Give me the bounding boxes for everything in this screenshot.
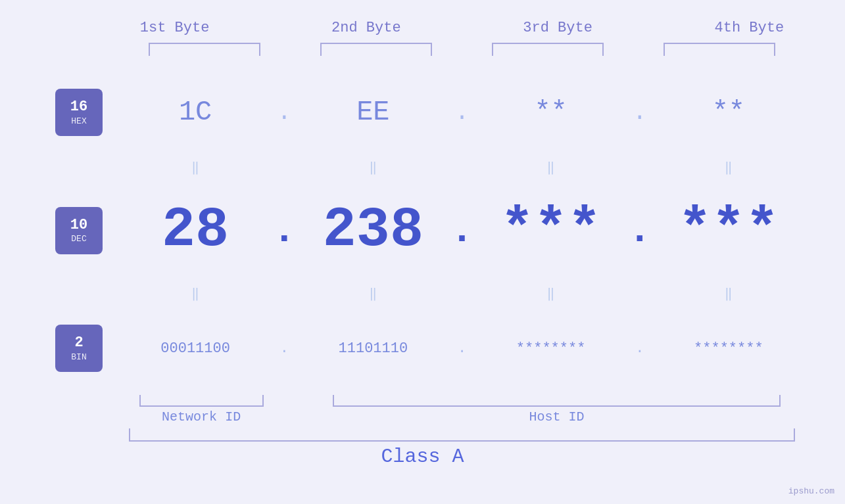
class-label: Class A: [39, 446, 806, 468]
top-bracket-b2: [290, 43, 462, 56]
bin-sep2: .: [450, 340, 474, 357]
hex-sep1: .: [272, 99, 296, 126]
main-container: 1st Byte 2nd Byte 3rd Byte 4th Byte 16 H…: [0, 0, 845, 504]
watermark: ipshu.com: [788, 486, 834, 496]
network-id-label: Network ID: [118, 409, 284, 424]
dec-row: 10 DEC 28 . 238 . *** . ***: [39, 198, 806, 262]
bin-b4: ********: [652, 340, 806, 357]
bin-badge-container: 2 BIN: [39, 325, 118, 372]
dec-b2: 238: [296, 198, 450, 262]
dec-sep3: .: [628, 199, 652, 262]
dec-b4: ***: [652, 198, 806, 262]
hex-b4: **: [652, 97, 806, 128]
eq-row-1: ‖ ‖ ‖ ‖: [39, 159, 806, 175]
host-bracket: [308, 395, 806, 407]
bin-b3: ********: [474, 340, 628, 357]
eq-row-2: ‖ ‖ ‖ ‖: [39, 285, 806, 302]
bin-row: 2 BIN 00011100 . 11101110 . ******** . *…: [39, 325, 806, 372]
sub-brackets: [118, 395, 806, 407]
host-id-label: Host ID: [308, 409, 806, 424]
id-labels: Network ID Host ID: [118, 409, 806, 424]
bin-b2: 11101110: [296, 340, 450, 357]
bottom-section: Network ID Host ID Class A: [39, 395, 806, 468]
hex-badge: 16 HEX: [55, 89, 103, 136]
content-area: 16 HEX 1C . EE . ** . ** ‖ ‖ ‖: [39, 66, 806, 491]
bin-sep3: .: [628, 340, 652, 357]
dec-badge-container: 10 DEC: [39, 207, 118, 254]
byte1-header: 1st Byte: [79, 20, 270, 36]
byte2-header: 2nd Byte: [270, 20, 462, 36]
byte3-header: 3rd Byte: [462, 20, 654, 36]
bin-badge: 2 BIN: [55, 325, 103, 372]
full-bracket: [118, 428, 806, 442]
bin-data: 00011100 . 11101110 . ******** . *******…: [118, 340, 806, 357]
top-bracket-b3: [462, 43, 634, 56]
hex-b1: 1C: [118, 97, 272, 128]
dec-badge: 10 DEC: [55, 207, 103, 254]
top-bracket-b1: [118, 43, 290, 56]
hex-sep2: .: [450, 99, 474, 126]
top-brackets: [118, 43, 806, 56]
dec-data: 28 . 238 . *** . ***: [118, 198, 806, 262]
byte4-header: 4th Byte: [654, 20, 845, 36]
hex-b2: EE: [296, 97, 450, 128]
hex-badge-container: 16 HEX: [39, 89, 118, 136]
byte-headers: 1st Byte 2nd Byte 3rd Byte 4th Byte: [79, 20, 845, 36]
hex-data: 1C . EE . ** . **: [118, 97, 806, 128]
dec-sep2: .: [450, 199, 474, 262]
dec-sep1: .: [272, 199, 296, 262]
hex-b3: **: [474, 97, 628, 128]
dec-b3: ***: [474, 198, 628, 262]
dec-b1: 28: [118, 198, 272, 262]
hex-sep3: .: [628, 99, 652, 126]
bin-b1: 00011100: [118, 340, 272, 357]
network-bracket: [118, 395, 284, 407]
top-bracket-b4: [634, 43, 806, 56]
bin-sep1: .: [272, 340, 296, 357]
hex-row: 16 HEX 1C . EE . ** . **: [39, 89, 806, 136]
